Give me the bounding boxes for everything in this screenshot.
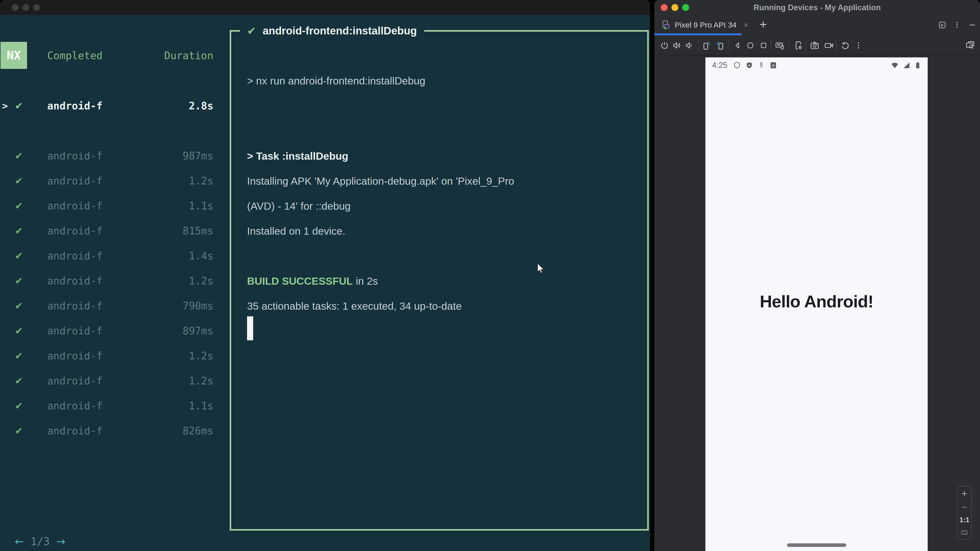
dock-window-icon[interactable] xyxy=(937,20,947,30)
install-log-line-2: (AVD) - 14' for ::debug xyxy=(247,199,351,213)
running-devices-window: Running Devices - My Application Pixel 9… xyxy=(654,0,980,551)
zoom-reset-button[interactable]: 1:1 xyxy=(959,516,969,524)
task-name: android-f xyxy=(47,225,103,237)
restart-icon[interactable] xyxy=(840,40,851,51)
pagination: ← 1/3 → xyxy=(15,535,65,548)
terminal-titlebar[interactable] xyxy=(0,0,650,15)
tab-close-icon[interactable]: × xyxy=(744,21,749,30)
task-name: android-f xyxy=(47,425,103,437)
battery-icon xyxy=(914,61,921,70)
install-log-line-3: Installed on 1 device. xyxy=(247,224,345,238)
task-row[interactable]: > ✔ android-f 1.1s xyxy=(0,393,216,418)
next-page-arrow[interactable]: → xyxy=(56,535,65,548)
task-row[interactable]: > ✔ android-f 897ms xyxy=(0,318,216,343)
zoom-button[interactable] xyxy=(33,4,40,11)
minimize-button[interactable] xyxy=(22,4,29,11)
cellular-icon xyxy=(902,61,911,70)
task-duration: 1.2s xyxy=(189,175,213,187)
task-duration: 2.8s xyxy=(189,100,213,112)
fit-to-window-icon[interactable] xyxy=(960,528,969,537)
task-row[interactable]: > ✔ android-f 815ms xyxy=(0,218,216,243)
check-icon: ✔ xyxy=(15,300,27,311)
task-name: android-f xyxy=(47,325,103,337)
task-table-header: Completed Duration xyxy=(0,43,216,68)
build-status: BUILD SUCCESSFUL xyxy=(247,275,353,287)
task-duration: 1.1s xyxy=(189,400,213,412)
task-name: android-f xyxy=(47,250,103,262)
prev-page-arrow[interactable]: ← xyxy=(15,535,24,548)
terminal-cursor xyxy=(247,316,253,340)
home-icon[interactable] xyxy=(745,40,756,51)
overview-icon[interactable] xyxy=(758,40,769,51)
studio-titlebar[interactable]: Running Devices - My Application xyxy=(654,0,980,15)
new-tab-icon[interactable]: + xyxy=(760,17,767,32)
app-a-icon: A xyxy=(769,61,777,69)
more-options-icon[interactable] xyxy=(853,40,864,51)
task-row[interactable]: > ✔ android-f 1.1s xyxy=(0,193,216,218)
task-duration: 987ms xyxy=(183,150,213,162)
hide-icon[interactable] xyxy=(967,20,977,30)
android-statusbar: 4:25 A xyxy=(705,57,928,72)
hardware-input-icon[interactable] xyxy=(774,40,786,51)
power-icon[interactable] xyxy=(659,40,670,51)
check-icon: ✔ xyxy=(15,200,27,211)
task-row[interactable]: > ✔ android-f 1.2s xyxy=(0,343,216,368)
device-display-area: 4:25 A Hello Android! xyxy=(654,55,980,551)
task-row[interactable]: > ✔ android-f 1.2s xyxy=(0,168,216,193)
statusbar-clock: 4:25 xyxy=(712,61,727,70)
terminal-window: NX Completed Duration > ✔ android-f 2.8s… xyxy=(0,0,650,551)
check-icon: ✔ xyxy=(15,350,27,362)
task-row[interactable]: > ✔ android-f 1.2s xyxy=(0,368,216,393)
task-row[interactable]: > ✔ android-f 1.4s xyxy=(0,243,216,268)
check-icon: ✔ xyxy=(15,375,27,386)
volume-down-icon[interactable] xyxy=(683,40,695,51)
emulator-screen[interactable]: 4:25 A Hello Android! xyxy=(705,57,928,551)
device-settings-icon[interactable] xyxy=(793,40,804,51)
task-row[interactable]: > ✔ android-f 987ms xyxy=(0,143,216,168)
build-result-line: BUILD SUCCESSFUL in 2s xyxy=(247,274,378,288)
toolbar-separator xyxy=(698,40,699,51)
check-icon: ✔ xyxy=(15,250,27,262)
screen-record-icon[interactable] xyxy=(823,40,835,51)
task-name: android-f xyxy=(47,300,103,312)
task-output-panel: ✔ android-frontend:installDebug > nx run… xyxy=(230,30,649,530)
task-name: android-f xyxy=(47,150,103,162)
screen-inspect-icon[interactable] xyxy=(965,40,976,51)
hello-android-text: Hello Android! xyxy=(705,292,928,311)
tab-label: Pixel 9 Pro API 34 xyxy=(675,21,737,29)
zoom-in-button[interactable]: + xyxy=(961,489,967,498)
window-title: Running Devices - My Application xyxy=(654,0,980,15)
rotate-left-icon[interactable] xyxy=(701,40,712,51)
task-row[interactable]: > ✔ android-f 2.8s xyxy=(0,94,216,118)
more-vertical-icon[interactable] xyxy=(952,20,962,30)
gesture-navigation-pill[interactable] xyxy=(787,543,846,547)
zoom-controls: + − 1:1 xyxy=(957,486,972,540)
zoom-out-button[interactable]: − xyxy=(961,503,967,512)
task-duration: 1.2s xyxy=(189,275,213,287)
page-indicator: 1/3 xyxy=(30,535,50,548)
check-icon: ✔ xyxy=(15,225,27,237)
task-duration: 790ms xyxy=(183,300,213,312)
volume-up-icon[interactable] xyxy=(671,40,682,51)
rotate-right-icon[interactable] xyxy=(714,40,726,51)
check-icon: ✔ xyxy=(15,400,27,411)
check-icon: ✔ xyxy=(15,175,27,186)
task-output-title: ✔ android-frontend:installDebug xyxy=(240,23,424,39)
tab-pixel-9-pro[interactable]: Pixel 9 Pro API 34 × + xyxy=(654,15,767,35)
back-icon[interactable] xyxy=(732,40,743,51)
check-icon: ✔ xyxy=(15,425,27,437)
task-duration: 826ms xyxy=(183,425,213,437)
task-row[interactable]: > ✔ android-f 826ms xyxy=(0,418,216,443)
check-icon: ✔ xyxy=(15,100,27,111)
screenshot-icon[interactable] xyxy=(809,40,820,51)
task-row[interactable]: > ✔ android-f 790ms xyxy=(0,293,216,318)
check-icon: ✔ xyxy=(15,150,27,162)
task-row[interactable]: > ✔ android-f 1.2s xyxy=(0,268,216,293)
task-name: android-f xyxy=(47,100,103,112)
task-duration: 1.4s xyxy=(189,250,213,262)
selected-chevron-icon: > xyxy=(2,100,15,111)
column-completed: Completed xyxy=(47,50,103,62)
close-button[interactable] xyxy=(12,4,19,11)
emulator-toolbar xyxy=(654,36,980,55)
task-list: > ✔ android-f 2.8s > ✔ android-f 987ms >… xyxy=(0,94,216,443)
